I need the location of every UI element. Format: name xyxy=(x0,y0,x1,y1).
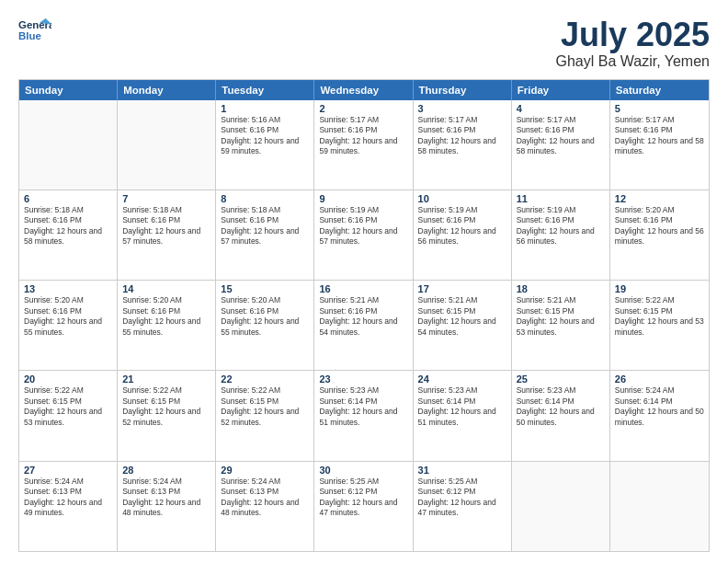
day-cell-17: 17Sunrise: 5:21 AM Sunset: 6:15 PM Dayli… xyxy=(414,281,512,370)
day-info: Sunrise: 5:24 AM Sunset: 6:13 PM Dayligh… xyxy=(221,477,309,519)
day-info: Sunrise: 5:24 AM Sunset: 6:14 PM Dayligh… xyxy=(615,385,704,428)
day-cell-28: 28Sunrise: 5:24 AM Sunset: 6:13 PM Dayli… xyxy=(118,462,216,551)
day-number: 17 xyxy=(418,283,506,294)
day-info: Sunrise: 5:21 AM Sunset: 6:15 PM Dayligh… xyxy=(418,295,506,338)
day-info: Sunrise: 5:23 AM Sunset: 6:14 PM Dayligh… xyxy=(517,385,605,428)
day-cell-3: 3Sunrise: 5:17 AM Sunset: 6:16 PM Daylig… xyxy=(414,100,512,190)
day-number: 21 xyxy=(122,373,210,385)
header-day-tuesday: Tuesday xyxy=(216,80,314,100)
day-info: Sunrise: 5:18 AM Sunset: 6:16 PM Dayligh… xyxy=(122,205,210,247)
day-number: 18 xyxy=(517,283,605,294)
calendar-week-4: 27Sunrise: 5:24 AM Sunset: 6:13 PM Dayli… xyxy=(19,462,709,551)
day-number: 13 xyxy=(24,283,112,294)
day-number: 11 xyxy=(517,193,605,204)
day-cell-19: 19Sunrise: 5:22 AM Sunset: 6:15 PM Dayli… xyxy=(610,281,709,370)
day-info: Sunrise: 5:19 AM Sunset: 6:16 PM Dayligh… xyxy=(418,205,506,247)
day-number: 7 xyxy=(122,193,210,204)
day-number: 4 xyxy=(517,103,605,114)
empty-cell xyxy=(610,462,709,551)
day-number: 28 xyxy=(122,465,210,476)
header-day-wednesday: Wednesday xyxy=(314,80,413,100)
day-number: 2 xyxy=(319,103,407,114)
day-info: Sunrise: 5:18 AM Sunset: 6:16 PM Dayligh… xyxy=(221,205,309,247)
day-number: 19 xyxy=(615,283,704,294)
day-cell-15: 15Sunrise: 5:20 AM Sunset: 6:16 PM Dayli… xyxy=(216,281,314,370)
day-info: Sunrise: 5:19 AM Sunset: 6:16 PM Dayligh… xyxy=(517,205,605,247)
day-cell-1: 1Sunrise: 5:16 AM Sunset: 6:16 PM Daylig… xyxy=(216,100,314,190)
svg-text:Blue: Blue xyxy=(18,30,41,41)
calendar-week-1: 6Sunrise: 5:18 AM Sunset: 6:16 PM Daylig… xyxy=(19,190,709,281)
day-info: Sunrise: 5:24 AM Sunset: 6:13 PM Dayligh… xyxy=(122,477,210,519)
day-number: 16 xyxy=(319,283,407,294)
day-number: 5 xyxy=(615,103,704,114)
calendar-title: July 2025 xyxy=(556,17,711,53)
day-info: Sunrise: 5:20 AM Sunset: 6:16 PM Dayligh… xyxy=(221,295,309,338)
day-info: Sunrise: 5:17 AM Sunset: 6:16 PM Dayligh… xyxy=(517,115,605,157)
day-cell-6: 6Sunrise: 5:18 AM Sunset: 6:16 PM Daylig… xyxy=(19,190,118,280)
day-number: 31 xyxy=(418,465,506,476)
day-info: Sunrise: 5:16 AM Sunset: 6:16 PM Dayligh… xyxy=(221,115,309,157)
day-cell-24: 24Sunrise: 5:23 AM Sunset: 6:14 PM Dayli… xyxy=(414,371,512,460)
day-cell-13: 13Sunrise: 5:20 AM Sunset: 6:16 PM Dayli… xyxy=(19,281,118,370)
day-info: Sunrise: 5:23 AM Sunset: 6:14 PM Dayligh… xyxy=(418,385,506,428)
day-info: Sunrise: 5:23 AM Sunset: 6:14 PM Dayligh… xyxy=(319,385,407,428)
day-cell-8: 8Sunrise: 5:18 AM Sunset: 6:16 PM Daylig… xyxy=(216,190,314,280)
empty-cell xyxy=(512,462,610,551)
page: General Blue July 2025 Ghayl Ba Wazir, Y… xyxy=(0,0,728,563)
empty-cell xyxy=(118,100,216,190)
day-cell-21: 21Sunrise: 5:22 AM Sunset: 6:15 PM Dayli… xyxy=(118,371,216,460)
day-cell-5: 5Sunrise: 5:17 AM Sunset: 6:16 PM Daylig… xyxy=(610,100,709,190)
day-info: Sunrise: 5:18 AM Sunset: 6:16 PM Dayligh… xyxy=(24,205,112,247)
day-info: Sunrise: 5:24 AM Sunset: 6:13 PM Dayligh… xyxy=(24,477,112,519)
day-number: 25 xyxy=(517,373,605,385)
day-info: Sunrise: 5:20 AM Sunset: 6:16 PM Dayligh… xyxy=(615,205,704,247)
day-number: 30 xyxy=(319,465,407,476)
day-number: 15 xyxy=(221,283,309,294)
day-cell-4: 4Sunrise: 5:17 AM Sunset: 6:16 PM Daylig… xyxy=(512,100,610,190)
day-number: 23 xyxy=(319,373,407,385)
day-info: Sunrise: 5:22 AM Sunset: 6:15 PM Dayligh… xyxy=(615,295,704,338)
day-cell-2: 2Sunrise: 5:17 AM Sunset: 6:16 PM Daylig… xyxy=(314,100,413,190)
day-number: 12 xyxy=(615,193,704,204)
day-info: Sunrise: 5:21 AM Sunset: 6:16 PM Dayligh… xyxy=(319,295,407,338)
header-day-saturday: Saturday xyxy=(610,80,709,100)
day-number: 26 xyxy=(615,373,704,385)
day-cell-22: 22Sunrise: 5:22 AM Sunset: 6:15 PM Dayli… xyxy=(216,371,314,460)
day-info: Sunrise: 5:22 AM Sunset: 6:15 PM Dayligh… xyxy=(221,385,309,428)
header-day-thursday: Thursday xyxy=(414,80,512,100)
day-info: Sunrise: 5:21 AM Sunset: 6:15 PM Dayligh… xyxy=(517,295,605,338)
calendar-week-0: 1Sunrise: 5:16 AM Sunset: 6:16 PM Daylig… xyxy=(19,100,709,190)
day-info: Sunrise: 5:20 AM Sunset: 6:16 PM Dayligh… xyxy=(24,295,112,338)
day-info: Sunrise: 5:25 AM Sunset: 6:12 PM Dayligh… xyxy=(418,477,506,519)
day-cell-18: 18Sunrise: 5:21 AM Sunset: 6:15 PM Dayli… xyxy=(512,281,610,370)
day-cell-31: 31Sunrise: 5:25 AM Sunset: 6:12 PM Dayli… xyxy=(414,462,512,551)
day-info: Sunrise: 5:25 AM Sunset: 6:12 PM Dayligh… xyxy=(319,477,407,519)
header: General Blue July 2025 Ghayl Ba Wazir, Y… xyxy=(18,17,710,70)
day-info: Sunrise: 5:20 AM Sunset: 6:16 PM Dayligh… xyxy=(122,295,210,338)
day-number: 9 xyxy=(319,193,407,204)
day-cell-16: 16Sunrise: 5:21 AM Sunset: 6:16 PM Dayli… xyxy=(314,281,413,370)
day-cell-23: 23Sunrise: 5:23 AM Sunset: 6:14 PM Dayli… xyxy=(314,371,413,460)
day-cell-11: 11Sunrise: 5:19 AM Sunset: 6:16 PM Dayli… xyxy=(512,190,610,280)
day-cell-10: 10Sunrise: 5:19 AM Sunset: 6:16 PM Dayli… xyxy=(414,190,512,280)
day-number: 6 xyxy=(24,193,112,204)
day-cell-26: 26Sunrise: 5:24 AM Sunset: 6:14 PM Dayli… xyxy=(610,371,709,460)
empty-cell xyxy=(19,100,118,190)
calendar-subtitle: Ghayl Ba Wazir, Yemen xyxy=(556,53,711,70)
day-number: 24 xyxy=(418,373,506,385)
header-day-monday: Monday xyxy=(118,80,216,100)
day-number: 29 xyxy=(221,465,309,476)
day-info: Sunrise: 5:19 AM Sunset: 6:16 PM Dayligh… xyxy=(319,205,407,247)
day-cell-7: 7Sunrise: 5:18 AM Sunset: 6:16 PM Daylig… xyxy=(118,190,216,280)
day-number: 22 xyxy=(221,373,309,385)
calendar-body: 1Sunrise: 5:16 AM Sunset: 6:16 PM Daylig… xyxy=(19,100,709,551)
logo-icon: General Blue xyxy=(18,17,51,44)
day-cell-12: 12Sunrise: 5:20 AM Sunset: 6:16 PM Dayli… xyxy=(610,190,709,280)
day-cell-14: 14Sunrise: 5:20 AM Sunset: 6:16 PM Dayli… xyxy=(118,281,216,370)
day-number: 10 xyxy=(418,193,506,204)
day-number: 3 xyxy=(418,103,506,114)
header-day-friday: Friday xyxy=(512,80,610,100)
day-info: Sunrise: 5:17 AM Sunset: 6:16 PM Dayligh… xyxy=(418,115,506,157)
day-number: 14 xyxy=(122,283,210,294)
day-cell-30: 30Sunrise: 5:25 AM Sunset: 6:12 PM Dayli… xyxy=(314,462,413,551)
